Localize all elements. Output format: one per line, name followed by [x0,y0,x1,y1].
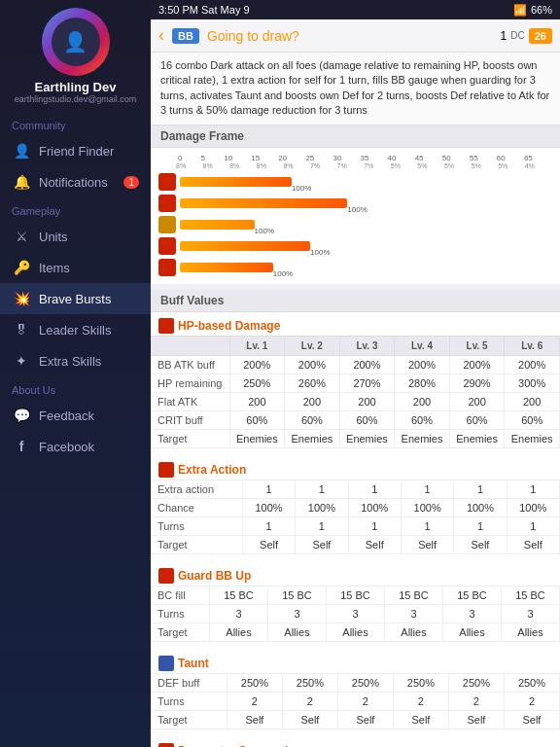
sidebar-email: earthlingstudio.dev@gmail.com [8,94,143,104]
guard-bb-table: BC fill 15 BC 15 BC 15 BC 15 BC 15 BC 15… [151,586,560,642]
buff-row-extra-action: Extra action 1 1 1 1 1 1 [152,480,560,498]
notifications-icon: 🔔 [12,174,31,190]
items-icon: 🔑 [12,260,31,275]
ea-icon [158,462,174,478]
avatar: 👤 [42,8,110,76]
sidebar-item-friend-finder[interactable]: 👤 Friend Finder [0,135,151,166]
friend-finder-icon: 👤 [12,143,31,159]
sidebar-section-about: About Us [0,376,151,400]
buff-row-flat-atk: Flat ATK 200 200 200 200 200 200 [152,392,560,410]
buff-row-chance: Chance 100% 100% 100% 100% 100% 100% [152,498,560,516]
feedback-icon: 💬 [12,408,31,423]
damage-row: 100% [158,237,552,255]
buff-row-def-buff: DEF buff 250% 250% 250% 250% 250% 250% [152,673,560,692]
buff-row-turns-taunt: Turns 2 2 2 2 2 2 [152,692,560,710]
buff-row-hp-remaining: HP remaining 250% 260% 270% 280% 290% 30… [152,374,560,392]
sidebar-item-brave-bursts[interactable]: 💥 Brave Bursts [0,283,151,314]
buff-row-turns: Turns 1 1 1 1 1 1 [152,516,560,535]
sidebar-section-community: Community [0,112,151,135]
hp-damage-table: Lv. 1 Lv. 2 Lv. 3 Lv. 4 Lv. 5 Lv. 6 BB A… [151,336,560,448]
taunt-table: DEF buff 250% 250% 250% 250% 250% 250% T… [151,673,560,729]
main-content: 3:50 PM Sat May 9 📶 66% ‹ BB Going to dr… [151,0,560,747]
status-time: 3:50 PM Sat May 9 [158,4,250,16]
buff-row-target: Target Enemies Enemies Enemies Enemies E… [152,429,560,447]
damage-row: 100% [158,195,552,212]
status-icons: 📶 66% [513,4,552,17]
damage-row: 100% [158,216,552,233]
brave-bursts-icon: 💥 [12,291,31,306]
buff-row-target-taunt: Target Self Self Self Self Self Self [152,710,560,729]
buff-table-header: Lv. 1 Lv. 2 Lv. 3 Lv. 4 Lv. 5 Lv. 6 [152,336,560,355]
notification-badge: 1 [123,176,139,189]
param-conversion-title: Parameter Conversion [151,737,560,747]
lv-badge: 26 [529,28,552,44]
guard-bb-up-title: Guard BB Up [151,562,560,586]
buff-values-header: Buff Values [151,290,560,312]
damage-icon [158,173,176,191]
damage-frame-rows: 05101520253035404550556065 8%8%8%8%8%7%7… [151,148,560,284]
facebook-icon: f [12,439,31,454]
dc-badge: 1 DC 26 [501,28,552,44]
param-icon [158,743,174,747]
hp-based-damage-title: HP-based Damage [151,312,560,336]
units-icon: ⚔ [12,229,31,244]
sidebar-header: 👤 Earthling Dev earthlingstudio.dev@gmai… [0,0,151,112]
wifi-icon: 📶 [513,4,527,17]
buff-row-bb-atk: BB ATK buff 200% 200% 200% 200% 200% 200… [152,355,560,374]
buff-row-turns-guard: Turns 3 3 3 3 3 3 [152,604,560,622]
skill-description: 16 combo Dark attack on all foes (damage… [151,53,560,125]
back-button[interactable]: ‹ [158,25,164,46]
battery-icon: 66% [531,4,552,16]
buff-row-bc-fill: BC fill 15 BC 15 BC 15 BC 15 BC 15 BC 15… [152,586,560,604]
buff-row-target-ea: Target Self Self Self Self Self Self [152,535,560,553]
damage-frame-section: Damage Frame 05101520253035404550556065 … [151,125,560,284]
sidebar-item-extra-skills[interactable]: ✦ Extra Skills [0,345,151,376]
buff-row-target-guard: Target Allies Allies Allies Allies Allie… [152,622,560,641]
bb-badge: BB [172,28,199,44]
top-nav: ‹ BB Going to draw? 1 DC 26 [151,19,560,53]
damage-frame-header: Damage Frame [151,125,560,148]
extra-action-table: Extra action 1 1 1 1 1 1 Chance 100% 100… [151,480,560,554]
sidebar-item-items[interactable]: 🔑 Items [0,252,151,283]
buff-values-section: Buff Values HP-based Damage Lv. 1 Lv. 2 … [151,290,560,747]
sidebar-item-units[interactable]: ⚔ Units [0,221,151,252]
skill-title: Going to draw? [207,28,493,44]
buff-row-crit: CRIT buff 60% 60% 60% 60% 60% 60% [152,410,560,429]
dc-label: DC [510,30,524,41]
guard-icon [158,568,174,584]
taunt-icon [158,656,174,671]
sidebar-username: Earthling Dev [8,80,143,94]
taunt-title: Taunt [151,650,560,673]
damage-row: 100% [158,259,552,276]
scroll-content[interactable]: Damage Frame 05101520253035404550556065 … [151,125,560,747]
sidebar-item-facebook[interactable]: f Facebook [0,431,151,462]
sidebar-item-feedback[interactable]: 💬 Feedback [0,400,151,431]
damage-row: 100% [158,173,552,191]
sidebar: 👤 Earthling Dev earthlingstudio.dev@gmai… [0,0,151,747]
sidebar-item-leader-skills[interactable]: 🎖 Leader Skills [0,314,151,345]
hp-icon [158,318,174,334]
extra-skills-icon: ✦ [12,353,31,369]
leader-skills-icon: 🎖 [12,322,31,338]
sidebar-item-notifications[interactable]: 🔔 Notifications 1 [0,166,151,197]
status-bar: 3:50 PM Sat May 9 📶 66% [151,0,560,19]
extra-action-title: Extra Action [151,456,560,480]
sidebar-section-gameplay: Gameplay [0,197,151,221]
dc-number: 1 [501,29,508,43]
